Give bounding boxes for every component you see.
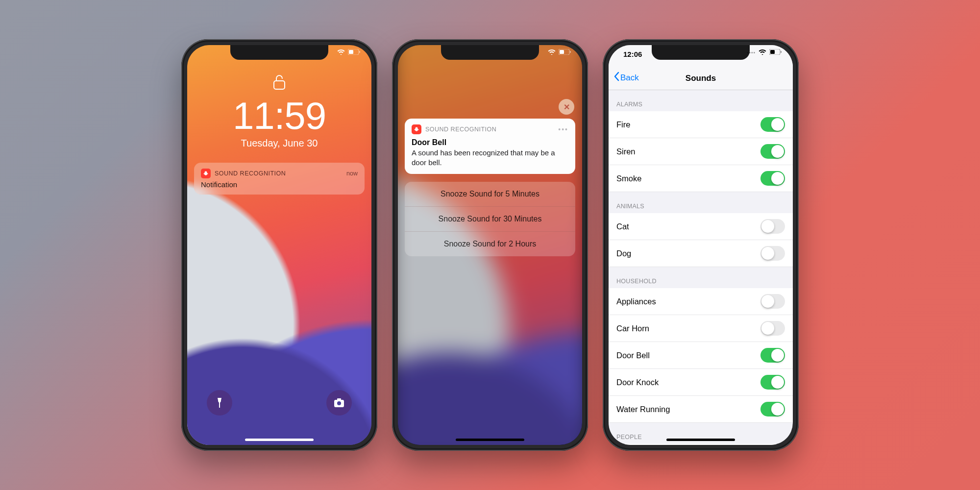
unlock-icon — [187, 74, 371, 94]
section-header: HOUSEHOLD — [609, 267, 793, 288]
svg-point-5 — [337, 401, 341, 405]
notch — [230, 45, 328, 60]
settings-list[interactable]: ALARMSFireSirenSmokeANIMALSCatDogHOUSEHO… — [609, 90, 793, 445]
wifi-icon — [548, 49, 556, 56]
status-time: 12:06 — [623, 50, 642, 58]
toggle-switch[interactable] — [760, 375, 785, 390]
svg-rect-12 — [781, 51, 782, 53]
battery-icon — [559, 49, 571, 56]
toggle-switch[interactable] — [760, 246, 785, 261]
notification-app-name: SOUND RECOGNITION — [425, 126, 554, 133]
lock-time: 11:59 — [187, 97, 371, 135]
close-icon: ✕ — [564, 102, 570, 112]
phone-lockscreen: 11:59 Tuesday, June 30 SOUND RECOGNITION… — [181, 39, 377, 451]
status-bar: •••• — [747, 49, 782, 56]
settings-row-label: Water Running — [616, 405, 670, 414]
settings-row-label: Dog — [616, 249, 631, 258]
lock-date: Tuesday, June 30 — [187, 138, 371, 149]
settings-row[interactable]: Door Bell — [609, 342, 793, 369]
settings-row-label: Fire — [616, 120, 630, 129]
notification-timestamp: now — [346, 170, 358, 177]
settings-row-label: Appliances — [616, 297, 656, 306]
settings-row[interactable]: Siren — [609, 138, 793, 165]
chevron-left-icon — [613, 72, 619, 84]
back-label: Back — [620, 73, 639, 83]
toggle-switch[interactable] — [760, 321, 785, 336]
notification-title: Door Bell — [412, 138, 568, 147]
settings-row-label: Siren — [616, 147, 636, 156]
home-indicator[interactable] — [456, 439, 524, 441]
settings-row-label: Cat — [616, 222, 629, 231]
page-title: Sounds — [686, 74, 716, 83]
svg-rect-6 — [337, 398, 341, 400]
settings-row[interactable]: Water Running — [609, 396, 793, 423]
settings-row[interactable]: Dog — [609, 240, 793, 267]
toggle-switch[interactable] — [760, 348, 785, 363]
svg-rect-3 — [274, 81, 285, 89]
toggle-switch[interactable] — [760, 171, 785, 186]
svg-rect-8 — [560, 50, 564, 54]
toggle-switch[interactable] — [760, 402, 785, 416]
wifi-icon — [759, 49, 766, 56]
section-header: ALARMS — [609, 90, 793, 111]
notch — [441, 45, 539, 60]
toggle-switch[interactable] — [760, 144, 785, 159]
status-bar — [548, 49, 571, 56]
notification-actions: Snooze Sound for 5 Minutes Snooze Sound … — [405, 182, 575, 256]
cell-signal-icon: •••• — [747, 50, 756, 55]
back-button[interactable]: Back — [613, 72, 639, 84]
settings-row[interactable]: Baby Crying — [609, 444, 793, 445]
notification-expanded-card[interactable]: SOUND RECOGNITION ••• Door Bell A sound … — [405, 119, 575, 174]
settings-row[interactable]: Appliances — [609, 288, 793, 315]
toggle-switch[interactable] — [760, 294, 785, 309]
svg-rect-11 — [770, 50, 775, 54]
toggle-switch[interactable] — [760, 219, 785, 234]
snooze-30min-button[interactable]: Snooze Sound for 30 Minutes — [405, 207, 575, 232]
wifi-icon — [337, 49, 345, 56]
status-bar — [337, 49, 361, 56]
settings-row[interactable]: Car Horn — [609, 315, 793, 342]
settings-row-label: Smoke — [616, 174, 641, 183]
phone-settings: 12:06 •••• Back Sounds ALARMSFireSirenSm… — [603, 39, 799, 451]
notification-card[interactable]: SOUND RECOGNITION now Notification — [194, 163, 365, 195]
svg-rect-1 — [349, 50, 353, 54]
phone-notification-expanded: ✕ SOUND RECOGNITION ••• Door Bell A soun… — [392, 39, 588, 451]
snooze-2hr-button[interactable]: Snooze Sound for 2 Hours — [405, 232, 575, 256]
settings-row[interactable]: Smoke — [609, 165, 793, 192]
section-header: ANIMALS — [609, 192, 793, 213]
more-icon[interactable]: ••• — [558, 125, 568, 133]
notification-body: Notification — [201, 180, 358, 189]
settings-row[interactable]: Fire — [609, 111, 793, 138]
settings-row-label: Door Bell — [616, 351, 650, 360]
snooze-5min-button[interactable]: Snooze Sound for 5 Minutes — [405, 182, 575, 207]
settings-row[interactable]: Door Knock — [609, 369, 793, 396]
sound-recognition-icon — [412, 124, 421, 134]
notch — [652, 45, 750, 60]
flashlight-button[interactable] — [207, 390, 232, 416]
settings-row[interactable]: Cat — [609, 213, 793, 240]
settings-row-label: Door Knock — [616, 378, 659, 387]
home-indicator[interactable] — [245, 439, 314, 441]
home-indicator[interactable] — [666, 439, 735, 441]
camera-button[interactable] — [326, 390, 352, 416]
notification-app-name: SOUND RECOGNITION — [215, 170, 343, 177]
notification-message: A sound has been recognized that may be … — [412, 148, 568, 167]
close-button[interactable]: ✕ — [559, 99, 574, 115]
toggle-switch[interactable] — [760, 117, 785, 132]
settings-row-label: Car Horn — [616, 324, 649, 333]
svg-rect-9 — [570, 51, 571, 53]
sound-recognition-icon — [201, 169, 211, 178]
svg-rect-2 — [359, 51, 360, 53]
battery-icon — [769, 49, 782, 56]
battery-icon — [348, 49, 361, 56]
